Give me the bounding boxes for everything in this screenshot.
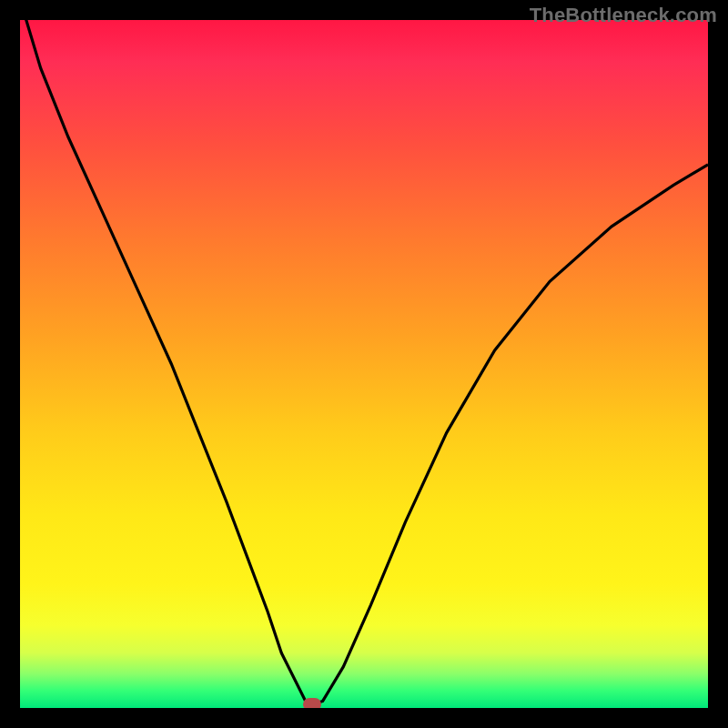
curve-path xyxy=(20,20,708,704)
chart-frame: TheBottleneck.com xyxy=(0,0,728,728)
optimal-marker xyxy=(303,698,321,708)
bottleneck-curve xyxy=(20,20,708,708)
plot-area xyxy=(20,20,708,708)
watermark-text: TheBottleneck.com xyxy=(530,4,717,27)
